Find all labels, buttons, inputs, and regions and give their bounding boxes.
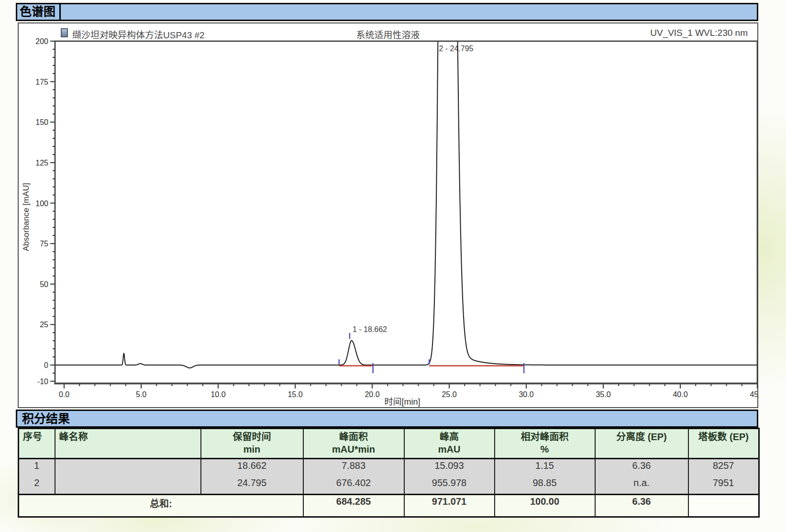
y-tick-label: 50	[40, 280, 48, 288]
chromatogram-trace	[55, 23, 757, 368]
cell-no: 1	[19, 459, 55, 477]
section-header-results: 积分结果	[16, 410, 758, 428]
cell-rt: 18.662	[201, 459, 303, 477]
cell-resolution: n.a.	[595, 477, 688, 495]
detector-channel: UV_VIS_1 WVL:230 nm	[650, 28, 748, 38]
sum-plates	[688, 495, 759, 517]
sum-height: 971.071	[404, 495, 495, 517]
cell-name	[55, 477, 201, 495]
sum-label: 总和:	[19, 495, 303, 517]
column-header-unit	[691, 443, 757, 454]
column-header-unit	[57, 443, 199, 454]
column-header-unit: min	[203, 443, 301, 455]
column-header: 相对峰面积%	[495, 429, 595, 459]
column-header-unit: mAU	[407, 443, 492, 455]
y-tick-label: 75	[40, 240, 48, 248]
cell-plates: 7951	[688, 477, 759, 495]
peak-label: 1 - 18.662	[353, 325, 387, 333]
sum-resolution: 6.36	[595, 495, 688, 517]
section-header-chromatogram: 色谱图	[16, 3, 758, 21]
peak-label: 2 - 24.795	[439, 44, 473, 53]
column-header-label: 相对峰面积	[497, 431, 593, 443]
channel-icon	[61, 28, 68, 37]
plot-frame	[55, 41, 757, 383]
column-header-label: 峰名称	[57, 431, 199, 443]
cell-rt: 24.795	[201, 477, 303, 495]
y-tick-label: 150	[35, 118, 48, 126]
column-header-label: 塔板数 (EP)	[691, 431, 757, 443]
column-header: 序号	[19, 429, 55, 459]
sum-area: 684.285	[303, 495, 404, 517]
table-row: 118.6627.88315.0931.156.368257	[19, 459, 759, 477]
column-header: 保留时间min	[201, 429, 303, 459]
y-tick-label: 175	[35, 78, 48, 86]
x-axis-title: 时间[min]	[47, 395, 757, 407]
axis-ticks	[50, 41, 757, 388]
y-tick-label: 125	[35, 159, 48, 167]
column-header-unit	[598, 443, 686, 454]
chromatogram-panel: 0.05.010.015.020.025.030.035.040.045.0-1…	[18, 22, 758, 408]
axis-tick-labels: 0.05.010.015.020.025.030.035.040.045.0-1…	[35, 37, 757, 399]
column-header-label: 保留时间	[203, 431, 301, 443]
y-tick-label: 25	[40, 321, 48, 329]
column-header-unit: %	[497, 443, 593, 455]
y-axis-title: Absorbance [mAU]	[22, 165, 31, 270]
chromatogram-plot: 0.05.010.015.020.025.030.035.040.045.0-1…	[19, 23, 757, 407]
cell-area: 676.402	[303, 477, 404, 495]
column-header-label: 分离度 (EP)	[598, 431, 686, 443]
column-header: 峰名称	[55, 429, 201, 459]
cell-plates: 8257	[688, 459, 759, 477]
y-tick-label: 100	[35, 200, 48, 208]
cell-height: 955.978	[404, 477, 495, 495]
column-header-label: 峰面积	[306, 431, 402, 443]
table-row: 224.795676.402955.97898.85n.a.7951	[19, 477, 759, 495]
cell-resolution: 6.36	[595, 459, 688, 477]
cell-name	[55, 459, 201, 477]
results-section-title: 积分结果	[17, 411, 70, 426]
column-header-unit	[21, 443, 53, 454]
column-header: 峰面积mAU*min	[303, 429, 404, 459]
sum-row: 总和:684.285971.071100.006.36	[19, 495, 759, 517]
sample-name: 系统适用性溶液	[356, 28, 420, 41]
cell-height: 15.093	[404, 459, 495, 477]
cell-area: 7.883	[303, 459, 404, 477]
cell-rel_area: 98.85	[495, 477, 595, 495]
integration-results-table: 序号峰名称保留时间min峰面积mAU*min峰高mAU相对峰面积%分离度 (EP…	[18, 428, 760, 518]
y-tick-label: -10	[37, 377, 48, 386]
column-header-label: 序号	[21, 431, 53, 443]
column-header-unit: mAU*min	[306, 443, 402, 455]
column-header: 峰高mAU	[404, 429, 495, 459]
chromatogram-header: 缬沙坦对映异构体方法USP43 #2 系统适用性溶液 UV_VIS_1 WVL:…	[19, 28, 757, 39]
chromatogram-section-title: 色谱图	[17, 4, 61, 20]
column-header-label: 峰高	[407, 431, 492, 443]
method-name: 缬沙坦对映异构体方法USP43 #2	[72, 28, 205, 41]
column-header: 塔板数 (EP)	[688, 429, 759, 459]
cell-rel_area: 1.15	[495, 459, 595, 477]
y-tick-label: 0	[44, 361, 48, 369]
cell-no: 2	[19, 477, 55, 495]
peak-labels: 1 - 18.6622 - 24.795	[350, 44, 474, 339]
column-header: 分离度 (EP)	[595, 429, 688, 459]
results-header-row: 序号峰名称保留时间min峰面积mAU*min峰高mAU相对峰面积%分离度 (EP…	[19, 429, 759, 459]
sum-rel_area: 100.00	[495, 495, 595, 517]
